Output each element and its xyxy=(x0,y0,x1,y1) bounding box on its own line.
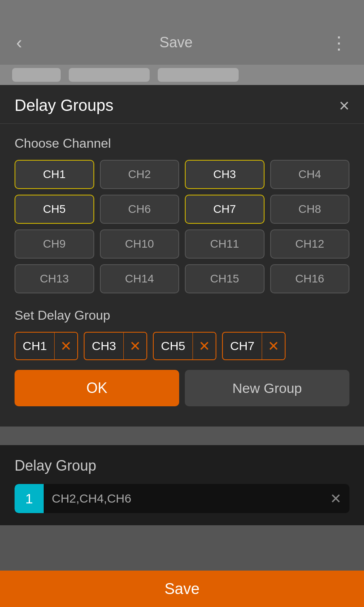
delay-group-number: 1 xyxy=(15,484,44,513)
chip-ch1: CH1✕ xyxy=(15,332,78,360)
chip-label: CH7 xyxy=(223,339,262,353)
more-options-icon[interactable]: ⋮ xyxy=(330,32,348,53)
set-delay-group-label: Set Delay Group xyxy=(15,308,349,323)
delay-group-chips: CH1✕CH3✕CH5✕CH7✕ xyxy=(15,332,349,360)
channel-button-ch13[interactable]: CH13 xyxy=(15,264,94,293)
save-bar[interactable]: Save xyxy=(0,571,364,607)
back-icon[interactable]: ‹ xyxy=(16,32,22,53)
background-header: ‹ Save ⋮ xyxy=(0,0,364,85)
chip-remove-icon[interactable]: ✕ xyxy=(193,333,216,359)
channel-button-ch16[interactable]: CH16 xyxy=(270,264,350,293)
channel-button-ch1[interactable]: CH1 xyxy=(15,160,94,189)
channel-button-ch2[interactable]: CH2 xyxy=(100,160,180,189)
delay-group-title: Delay Group xyxy=(15,457,349,474)
delay-group-row: 1 CH2,CH4,CH6 ✕ xyxy=(15,484,349,513)
pill-1 xyxy=(12,68,61,82)
channel-button-ch6[interactable]: CH6 xyxy=(100,195,180,224)
chip-ch5: CH5✕ xyxy=(153,332,216,360)
channel-button-ch3[interactable]: CH3 xyxy=(185,160,265,189)
modal-close-button[interactable]: × xyxy=(339,97,349,115)
channel-button-ch14[interactable]: CH14 xyxy=(100,264,180,293)
channel-button-ch4[interactable]: CH4 xyxy=(270,160,350,189)
header-save-label[interactable]: Save xyxy=(159,34,193,51)
channel-button-ch7[interactable]: CH7 xyxy=(185,195,265,224)
delay-groups-modal: Delay Groups × Choose Channel CH1CH2CH3C… xyxy=(0,85,364,427)
chip-remove-icon[interactable]: ✕ xyxy=(123,333,146,359)
channel-button-ch8[interactable]: CH8 xyxy=(270,195,350,224)
channel-grid: CH1CH2CH3CH4CH5CH6CH7CH8CH9CH10CH11CH12C… xyxy=(15,160,349,293)
new-group-button[interactable]: New Group xyxy=(185,370,349,406)
choose-channel-label: Choose Channel xyxy=(15,136,349,151)
channel-button-ch10[interactable]: CH10 xyxy=(100,229,180,259)
channel-button-ch15[interactable]: CH15 xyxy=(185,264,265,293)
header-bar xyxy=(0,65,364,85)
chip-label: CH5 xyxy=(154,339,193,353)
modal-body: Choose Channel CH1CH2CH3CH4CH5CH6CH7CH8C… xyxy=(0,124,364,418)
channel-button-ch11[interactable]: CH11 xyxy=(185,229,265,259)
chip-remove-icon[interactable]: ✕ xyxy=(262,333,285,359)
delay-group-bottom-section: Delay Group 1 CH2,CH4,CH6 ✕ xyxy=(0,445,364,525)
delay-group-channels: CH2,CH4,CH6 xyxy=(44,492,322,505)
chip-remove-icon[interactable]: ✕ xyxy=(54,333,77,359)
channel-button-ch5[interactable]: CH5 xyxy=(15,195,94,224)
action-row: OK New Group xyxy=(15,370,349,406)
channel-button-ch12[interactable]: CH12 xyxy=(270,229,350,259)
delay-group-remove-icon[interactable]: ✕ xyxy=(322,490,349,507)
pill-3 xyxy=(158,68,239,82)
pill-2 xyxy=(69,68,150,82)
channel-button-ch9[interactable]: CH9 xyxy=(15,229,94,259)
ok-button[interactable]: OK xyxy=(15,370,179,406)
chip-ch7: CH7✕ xyxy=(222,332,286,360)
modal-header: Delay Groups × xyxy=(0,85,364,124)
chip-label: CH3 xyxy=(85,339,123,353)
set-delay-group-section: Set Delay Group CH1✕CH3✕CH5✕CH7✕ OK New … xyxy=(15,308,349,406)
chip-ch3: CH3✕ xyxy=(84,332,147,360)
chip-label: CH1 xyxy=(15,339,54,353)
save-bar-label: Save xyxy=(165,580,200,598)
modal-title: Delay Groups xyxy=(15,96,114,115)
